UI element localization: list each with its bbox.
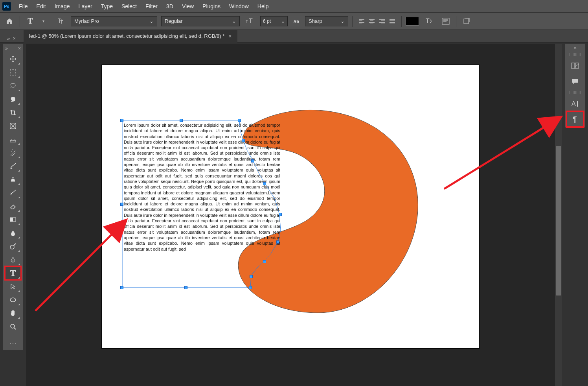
right-panel-rail: « A ¶ — [565, 44, 585, 127]
font-style-dropdown[interactable]: Regular ⌄ — [161, 16, 240, 26]
gradient-tool[interactable] — [5, 213, 21, 226]
text-orientation-icon[interactable] — [54, 15, 67, 28]
frame-tool[interactable] — [5, 119, 21, 133]
text-color-swatch[interactable] — [406, 17, 419, 26]
tool-preset-dropdown-icon[interactable] — [40, 15, 46, 28]
menu-type[interactable]: Type — [97, 2, 117, 11]
transform-handle[interactable] — [242, 139, 245, 142]
align-center-icon[interactable] — [367, 17, 377, 26]
menu-window[interactable]: Window — [225, 2, 253, 11]
marquee-tool[interactable] — [5, 66, 21, 79]
menu-select[interactable]: Select — [118, 2, 141, 11]
transform-handle[interactable] — [263, 182, 266, 185]
zoom-tool[interactable] — [5, 320, 21, 333]
menu-file[interactable]: File — [15, 2, 32, 11]
align-left-icon[interactable] — [356, 17, 367, 26]
paragraph-panel-icon[interactable]: ¶ — [566, 111, 584, 127]
expand-panels-icon[interactable]: « — [565, 44, 585, 52]
document-tab-bar: led-1 @ 50% (Lorem ipsum dolor sit amet,… — [0, 30, 588, 42]
document-tab[interactable]: led-1 @ 50% (Lorem ipsum dolor sit amet,… — [24, 30, 237, 42]
separator — [456, 16, 456, 27]
history-brush-tool[interactable] — [5, 186, 21, 199]
eraser-tool[interactable] — [5, 199, 21, 213]
type-tool-preset-icon[interactable]: T — [24, 15, 37, 28]
transform-handle[interactable] — [250, 275, 253, 278]
menu-view[interactable]: View — [178, 2, 198, 11]
transform-handle[interactable] — [180, 119, 183, 122]
font-size-value: 6 pt — [263, 18, 271, 24]
font-size-field[interactable]: 6 pt ⌄ — [260, 16, 288, 26]
3d-text-icon[interactable] — [460, 15, 473, 28]
menu-filter[interactable]: Filter — [141, 2, 162, 11]
separator — [7, 335, 19, 335]
font-size-icon: TT — [244, 15, 256, 28]
libraries-panel-icon[interactable] — [566, 58, 584, 74]
eyedropper-tool[interactable] — [5, 133, 21, 146]
chevron-down-icon: ⌄ — [145, 18, 154, 24]
document-canvas[interactable]: Lorem ipsum dolor sit amet, consectetur … — [102, 65, 479, 348]
home-icon[interactable] — [3, 15, 16, 28]
close-tab-icon[interactable]: × — [228, 33, 232, 39]
transform-handle[interactable] — [251, 159, 254, 163]
align-justify-icon[interactable] — [387, 17, 397, 26]
healing-brush-tool[interactable] — [5, 146, 21, 159]
menu-edit[interactable]: Edit — [33, 2, 50, 11]
expand-toolbar-icon[interactable]: » × — [7, 35, 16, 41]
type-tool[interactable]: T — [5, 266, 21, 280]
move-tool[interactable] — [5, 52, 21, 66]
path-selection-tool[interactable] — [5, 280, 21, 293]
svg-line-20 — [35, 232, 114, 311]
menu-help[interactable]: Help — [254, 2, 273, 11]
svg-text:A: A — [571, 100, 576, 107]
blur-tool[interactable] — [5, 226, 21, 240]
canvas-viewport[interactable]: Lorem ipsum dolor sit amet, consectetur … — [26, 44, 555, 386]
tools-panel-header[interactable]: »× — [3, 44, 23, 52]
chevron-down-icon: ⌄ — [281, 18, 285, 24]
warp-text-icon[interactable]: T — [423, 15, 435, 28]
transform-handle[interactable] — [249, 286, 252, 289]
character-panel-icon[interactable] — [439, 15, 452, 28]
clone-stamp-tool[interactable] — [5, 173, 21, 186]
svg-point-12 — [10, 245, 14, 249]
dodge-tool[interactable] — [5, 240, 21, 253]
vertical-scrollbar[interactable] — [555, 44, 562, 386]
brush-tool[interactable] — [5, 159, 21, 173]
edit-toolbar-icon[interactable]: ⋯ — [5, 337, 21, 350]
crop-tool[interactable] — [5, 106, 21, 119]
svg-text:T: T — [249, 18, 253, 24]
text-frame[interactable]: Lorem ipsum dolor sit amet, consectetur … — [121, 120, 283, 289]
separator — [50, 16, 50, 27]
hand-tool[interactable] — [5, 307, 21, 320]
lasso-tool[interactable] — [5, 79, 21, 92]
antialias-label-icon: aa — [292, 15, 301, 28]
transform-handle[interactable] — [120, 203, 123, 206]
font-family-value: Myriad Pro — [74, 18, 99, 24]
character-panel-icon[interactable]: A — [566, 96, 584, 111]
transform-handle[interactable] — [238, 119, 241, 122]
panel-grip[interactable] — [570, 91, 581, 94]
menu-plugins[interactable]: Plugins — [198, 2, 224, 11]
ellipse-shape-tool[interactable] — [5, 293, 21, 307]
menu-3d[interactable]: 3D — [162, 2, 177, 11]
menu-layer[interactable]: Layer — [75, 2, 96, 11]
transform-handle[interactable] — [263, 260, 266, 263]
font-family-dropdown[interactable]: Myriad Pro ⌄ — [71, 16, 157, 26]
comments-panel-icon[interactable] — [566, 74, 584, 89]
svg-line-21 — [444, 126, 546, 189]
svg-rect-15 — [571, 63, 575, 68]
panel-grip[interactable] — [570, 53, 581, 56]
quick-selection-tool[interactable] — [5, 92, 21, 106]
transform-handle[interactable] — [184, 286, 187, 289]
transform-handle[interactable] — [276, 240, 279, 244]
separator — [20, 16, 20, 27]
text-align-group — [356, 17, 397, 26]
pen-tool[interactable] — [5, 253, 21, 266]
tools-panel: »× T ⋯ — [3, 44, 23, 350]
antialias-dropdown[interactable]: Sharp ⌄ — [305, 16, 348, 26]
transform-handle[interactable] — [279, 213, 282, 216]
transform-handle[interactable] — [120, 119, 123, 122]
align-right-icon[interactable] — [377, 17, 387, 26]
menu-image[interactable]: Image — [51, 2, 74, 11]
workspace: Lorem ipsum dolor sit amet, consectetur … — [26, 44, 562, 386]
svg-rect-18 — [577, 101, 578, 107]
